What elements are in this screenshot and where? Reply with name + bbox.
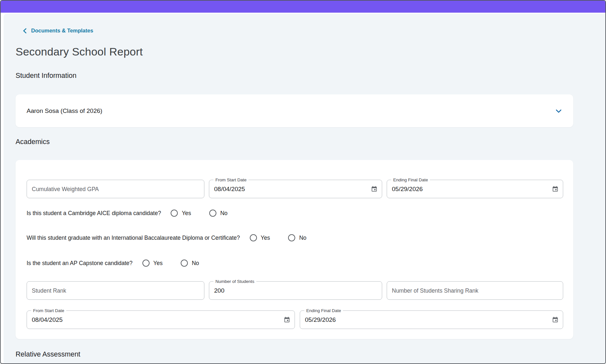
ending-final-date-field-top[interactable]: Ending Final Date xyxy=(387,180,563,198)
aice-no-radio-group[interactable]: No xyxy=(209,210,227,217)
from-start-date-field-top[interactable]: From Start Date xyxy=(209,180,382,198)
question-aice-candidate: Is this student a Cambridge AICE diploma… xyxy=(27,209,246,218)
calendar-icon[interactable] xyxy=(552,186,559,192)
calendar-icon[interactable] xyxy=(284,316,290,323)
from-start-date-input-top[interactable] xyxy=(214,186,368,193)
ib-no-radio-group[interactable]: No xyxy=(288,234,306,241)
question-text: Is this student a Cambridge AICE diploma… xyxy=(27,210,161,217)
number-of-students-field[interactable]: Number of Students xyxy=(209,281,382,300)
student-rank-input[interactable] xyxy=(32,287,200,294)
radio-unchecked-icon[interactable] xyxy=(171,210,178,217)
ending-final-date-field-bottom[interactable]: Ending Final Date xyxy=(300,310,563,329)
question-text: Will this student graduate with an Inter… xyxy=(27,235,240,241)
from-start-date-label: From Start Date xyxy=(31,308,66,314)
ending-final-date-label: Ending Final Date xyxy=(304,308,343,314)
from-start-date-field-bottom[interactable]: From Start Date xyxy=(27,310,295,329)
student-selector-value: Aaron Sosa (Class of 2026) xyxy=(27,107,102,115)
ending-final-date-label: Ending Final Date xyxy=(391,177,430,183)
chevron-down-icon[interactable] xyxy=(554,106,564,116)
radio-unchecked-icon[interactable] xyxy=(209,210,216,217)
page-title: Secondary School Report xyxy=(16,45,143,58)
radio-label-no: No xyxy=(220,210,227,217)
radio-unchecked-icon[interactable] xyxy=(181,260,188,267)
radio-label-yes: Yes xyxy=(182,210,191,217)
radio-label-no: No xyxy=(299,235,306,241)
cumulative-weighted-gpa-field[interactable] xyxy=(27,180,204,198)
students-sharing-rank-field[interactable] xyxy=(387,281,563,300)
ending-final-date-input-top[interactable] xyxy=(392,186,549,193)
student-rank-field[interactable] xyxy=(27,281,204,300)
radio-unchecked-icon[interactable] xyxy=(250,234,257,241)
section-academics: Academics xyxy=(16,138,50,146)
question-ap-capstone: Is the student an AP Capstone candidate?… xyxy=(27,259,217,268)
question-text: Is the student an AP Capstone candidate? xyxy=(27,260,133,267)
cumulative-weighted-gpa-input[interactable] xyxy=(32,186,200,193)
back-link-label: Documents & Templates xyxy=(31,28,93,34)
aice-yes-radio-group[interactable]: Yes xyxy=(171,210,191,217)
section-student-information: Student Information xyxy=(16,72,77,80)
from-start-date-label: From Start Date xyxy=(213,177,248,183)
calendar-icon[interactable] xyxy=(552,316,559,323)
radio-label-no: No xyxy=(192,260,199,267)
radio-unchecked-icon[interactable] xyxy=(288,234,295,241)
student-selector[interactable]: Aaron Sosa (Class of 2026) xyxy=(16,94,573,127)
students-sharing-rank-input[interactable] xyxy=(392,287,559,294)
section-relative-assessment: Relative Assessment xyxy=(16,350,80,358)
number-of-students-input[interactable] xyxy=(214,287,378,294)
academics-row-rank-dates: From Start Date Ending Final Date xyxy=(27,310,563,329)
app-window: Documents & Templates Secondary School R… xyxy=(0,0,606,364)
ap-yes-radio-group[interactable]: Yes xyxy=(142,260,163,267)
calendar-icon[interactable] xyxy=(371,186,378,192)
back-link[interactable]: Documents & Templates xyxy=(23,28,93,34)
academics-row-gpa-dates: From Start Date Ending Final Date xyxy=(27,180,563,198)
radio-label-yes: Yes xyxy=(153,260,163,267)
radio-unchecked-icon[interactable] xyxy=(142,260,150,267)
radio-label-yes: Yes xyxy=(261,235,270,241)
ib-yes-radio-group[interactable]: Yes xyxy=(250,234,270,241)
question-ib-diploma: Will this student graduate with an Inter… xyxy=(27,233,325,242)
from-start-date-input-bottom[interactable] xyxy=(32,316,280,323)
top-accent-bar xyxy=(1,1,605,13)
chevron-left-icon xyxy=(23,28,27,34)
ending-final-date-input-bottom[interactable] xyxy=(305,316,549,323)
academics-card: From Start Date Ending Final Date xyxy=(16,160,573,339)
number-of-students-label: Number of Students xyxy=(213,278,256,285)
academics-row-rank: Number of Students xyxy=(27,281,563,300)
ap-no-radio-group[interactable]: No xyxy=(181,260,199,267)
